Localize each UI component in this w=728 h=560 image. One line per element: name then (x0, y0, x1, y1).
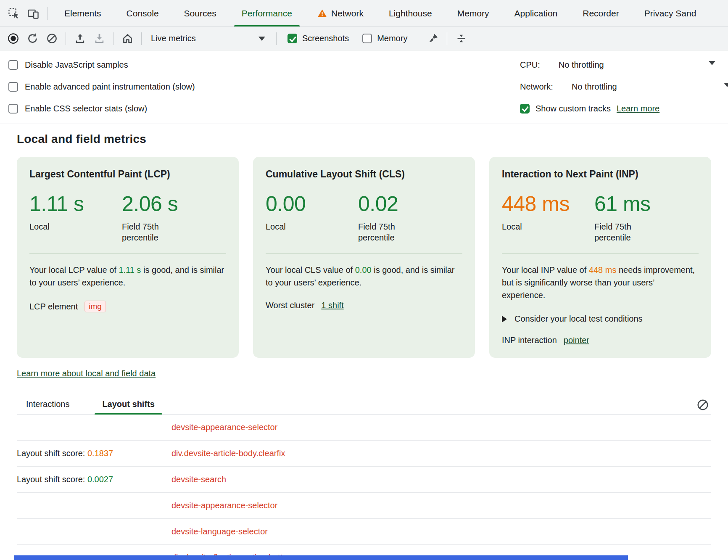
css-selector-stats-label: Enable CSS selector stats (slow) (25, 104, 147, 114)
inspect-element-button[interactable] (4, 4, 24, 23)
cls-card: Cumulative Layout Shift (CLS) 0.00 Local… (253, 157, 475, 358)
card-title: Interaction to Next Paint (INP) (502, 169, 699, 180)
tab-sources[interactable]: Sources (171, 0, 229, 26)
tab-recorder[interactable]: Recorder (570, 0, 631, 26)
lcp-local-value: 1.11 s (29, 192, 122, 216)
checkbox-unchecked-icon (8, 104, 18, 114)
tab-label: Interactions (26, 399, 69, 409)
disable-js-samples-label: Disable JavaScript samples (25, 60, 128, 70)
gc-icon (427, 33, 439, 44)
advanced-paint-label: Enable advanced paint instrumentation (s… (25, 82, 195, 92)
lcp-element-label: LCP element (29, 302, 78, 312)
network-throttling-select[interactable]: Network: No throttling (520, 76, 728, 98)
cls-description: Your local CLS value of 0.00 is good, an… (266, 264, 462, 289)
tab-label: Network (331, 8, 364, 18)
tab-label: Recorder (583, 8, 619, 18)
save-profile-icon (94, 33, 105, 44)
clear-log-button[interactable] (694, 396, 711, 413)
tab-performance[interactable]: Performance (229, 0, 305, 26)
card-title: Cumulative Layout Shift (CLS) (266, 169, 462, 180)
separator (141, 32, 142, 45)
shortcuts-icon (456, 33, 467, 44)
tab-network[interactable]: Network (305, 0, 376, 26)
node-link[interactable]: devsite-appearance-selector (171, 423, 277, 432)
tab-label: Lighthouse (389, 8, 432, 18)
record-button[interactable] (3, 29, 23, 48)
checkbox-checked-icon (288, 34, 297, 43)
checkbox-unchecked-icon (8, 82, 18, 92)
lcp-card: Largest Contentful Paint (LCP) 1.11 s Lo… (17, 157, 239, 358)
inspect-icon (8, 7, 20, 20)
separator (447, 32, 447, 45)
cls-field-value: 0.02 (358, 192, 462, 216)
capture-settings: Disable JavaScript samples Enable advanc… (0, 50, 728, 124)
separator (276, 32, 277, 45)
local-field-learn-more-link[interactable]: Learn more about local and field data (17, 369, 156, 378)
lcp-field-value: 2.06 s (122, 192, 226, 216)
history-dropdown[interactable]: Live metrics (146, 30, 272, 47)
metric-cards: Largest Contentful Paint (LCP) 1.11 s Lo… (17, 157, 711, 358)
live-metrics-view: Local and field metrics Largest Contentf… (0, 132, 728, 560)
layout-shift-row: Layout shift score: 0.0027 devsite-searc… (17, 467, 711, 493)
screenshots-checkbox[interactable]: Screenshots (281, 34, 356, 43)
score-label: Layout shift score: (17, 475, 87, 484)
tab-elements[interactable]: Elements (52, 0, 114, 26)
tab-application[interactable]: Application (502, 0, 570, 26)
show-custom-tracks-label: Show custom tracks (535, 104, 611, 114)
devtools-tab-bar: Elements Console Sources Performance Net… (0, 0, 728, 27)
inp-field-value: 61 ms (594, 192, 699, 216)
tab-memory[interactable]: Memory (445, 0, 502, 26)
tab-console[interactable]: Console (114, 0, 171, 26)
panel-tabs: Elements Console Sources Performance Net… (52, 0, 709, 26)
node-link[interactable]: devsite-search (171, 475, 226, 484)
node-link[interactable]: devsite-appearance-selector (171, 501, 277, 510)
warning-icon (317, 9, 327, 18)
record-and-reload-button[interactable] (23, 29, 42, 48)
inp-interaction-link[interactable]: pointer (564, 335, 589, 345)
consider-local-test-conditions-toggle[interactable]: Consider your local test conditions (502, 314, 699, 324)
memory-checkbox[interactable]: Memory (356, 34, 414, 43)
clear-icon (46, 33, 58, 44)
field-label: Field 75th percentile (122, 221, 189, 243)
separator (66, 32, 66, 45)
custom-tracks-learn-more-link[interactable]: Learn more (617, 104, 659, 114)
tab-layout-shifts[interactable]: Layout shifts (93, 395, 164, 414)
live-metrics-home-button[interactable] (118, 29, 137, 48)
field-label: Field 75th percentile (358, 221, 425, 243)
dropdown-caret-icon (724, 83, 728, 87)
tab-privacy-sandbox[interactable]: Privacy Sand (632, 0, 709, 26)
show-custom-tracks-row: Show custom tracks Learn more (520, 98, 728, 119)
clear-button[interactable] (42, 29, 61, 48)
load-profile-button[interactable] (70, 29, 90, 48)
tab-label: Console (127, 8, 159, 18)
live-metrics-log: Interactions Layout shifts devsite-appea… (17, 395, 711, 560)
tab-label: Application (514, 8, 558, 18)
tab-label: Performance (242, 8, 292, 18)
local-label: Local (29, 221, 122, 232)
cpu-throttling-select[interactable]: CPU: No throttling (520, 54, 728, 76)
shortcuts-dialog-button[interactable] (451, 29, 471, 48)
lcp-description: Your local LCP value of 1.11 s is good, … (29, 264, 226, 289)
node-link[interactable]: devsite-language-selector (171, 527, 268, 536)
score-value: 0.1837 (87, 449, 113, 458)
collect-garbage-button[interactable] (423, 29, 443, 48)
tab-interactions[interactable]: Interactions (17, 395, 79, 414)
tab-label: Privacy Sand (644, 8, 696, 18)
inp-description: Your local INP value of 448 ms needs imp… (502, 264, 699, 301)
throttling-settings: CPU: No throttling Network: No throttlin… (520, 54, 728, 119)
inp-interaction-label: INP interaction (502, 335, 557, 345)
worst-cluster-link[interactable]: 1 shift (321, 301, 343, 310)
save-profile-button[interactable] (90, 29, 109, 48)
node-link[interactable]: div.devsite-article-body.clearfix (171, 449, 285, 458)
device-toolbar-button[interactable] (24, 4, 43, 23)
checkbox-unchecked-icon (362, 34, 372, 43)
page-title: Local and field metrics (17, 132, 711, 146)
performance-toolbar: Live metrics Screenshots Memory (0, 27, 728, 50)
disclosure-label: Consider your local test conditions (514, 314, 643, 324)
block-icon (696, 399, 709, 411)
tab-lighthouse[interactable]: Lighthouse (376, 0, 445, 26)
layout-shift-row: devsite-appearance-selector (17, 493, 711, 519)
checkbox-checked-icon[interactable] (520, 104, 530, 114)
layout-shift-row: devsite-appearance-selector (17, 415, 711, 441)
lcp-element-node-link[interactable]: img (84, 301, 106, 312)
